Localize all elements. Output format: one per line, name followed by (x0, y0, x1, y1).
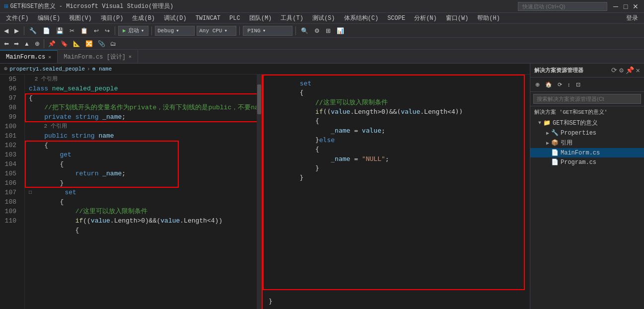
code-line-100: public string name (29, 131, 257, 141)
tab-close-1[interactable]: ✕ (48, 54, 51, 60)
tab-mainform-designer[interactable]: MainForm.cs [设计] ✕ (58, 50, 138, 63)
tree-mainform-cs[interactable]: 📄 MainForm.cs (530, 148, 644, 157)
menu-view[interactable]: 视图(V) (65, 13, 96, 23)
se-btn3[interactable]: ⟳ (556, 79, 564, 90)
toolbar-btn-1[interactable]: 🔧 (27, 25, 39, 36)
sidebar-title: 解决方案资源管理器 (534, 67, 583, 74)
se-btn5[interactable]: ⊡ (574, 79, 582, 90)
t2-btn3[interactable]: ▲ (22, 38, 32, 49)
sidebar-search-input[interactable] (533, 94, 641, 104)
toolbar-extra-1[interactable]: 🔍 (299, 25, 310, 36)
r-line-class-cb: } (269, 298, 273, 305)
debug-dropdown[interactable]: Debug ▾ (155, 26, 195, 36)
menu-scope[interactable]: SCOPE (383, 14, 409, 23)
tree-project[interactable]: ▼ 📁 GET和SET的意义 (530, 118, 644, 128)
menu-tools[interactable]: 工具(T) (277, 13, 307, 23)
menu-file[interactable]: 文件(F) (2, 13, 33, 23)
undo-button[interactable]: ↩ (92, 25, 101, 36)
solution-explorer: 解决方案资源管理器 ⟳ ⚙ 📌 ✕ ⊕ 🏠 ⟳ ↕ ⊡ 解决方案 'GET和SE… (530, 64, 644, 309)
toolbar-extra-3[interactable]: ⊞ (324, 25, 333, 36)
maximize-button[interactable]: □ (621, 2, 630, 11)
debug-label: Debug (157, 28, 174, 34)
menu-analyze[interactable]: 分析(N) (410, 13, 441, 23)
solution-root-label: 解决方案 'GET和SET的意义' (530, 106, 644, 118)
t2-btn9[interactable]: 📎 (96, 38, 107, 49)
r-line-if-cb: }else (269, 135, 524, 145)
separator-5 (295, 26, 296, 35)
tree-properties[interactable]: ▶ 🔧 Properties (530, 128, 644, 138)
redo-button[interactable]: ↪ (103, 25, 112, 36)
menu-help[interactable]: 帮助(H) (473, 13, 504, 23)
toolbar-extra-4[interactable]: 📊 (335, 25, 346, 36)
back-button[interactable]: ◀ (2, 25, 10, 36)
close-button[interactable]: ✕ (631, 2, 640, 11)
line-numbers: 95 96 97 98 99 100 101 102 103 104 105 1… (0, 75, 25, 309)
code-line-99-ref: 2 个引用 (29, 122, 257, 131)
solution-tree: 解决方案 'GET和SET的意义' ▼ 📁 GET和SET的意义 ▶ 🔧 Pro… (530, 106, 644, 309)
scrollbar-thumb[interactable] (257, 84, 261, 114)
se-btn2[interactable]: 🏠 (543, 79, 554, 90)
toolbar-btn-4[interactable]: ✂ (68, 25, 76, 36)
login-button[interactable]: 登录 (622, 13, 642, 23)
sidebar-close-icon[interactable]: ✕ (636, 66, 640, 75)
sidebar-pin-icon[interactable]: 📌 (626, 66, 634, 75)
separator-1 (24, 26, 24, 35)
properties-icon: 🔧 (551, 129, 559, 137)
menu-edit[interactable]: 编辑(E) (34, 13, 65, 23)
toolbar-btn-2[interactable]: 📄 (41, 25, 52, 36)
main-toolbar: ◀ ▶ 🔧 📄 💾 ✂ 📋 ↩ ↪ ▶ 启动 ▾ Debug ▾ Any CPU… (0, 24, 644, 38)
tree-program-cs[interactable]: 📄 Program.cs (530, 157, 644, 167)
menu-debug[interactable]: 调试(D) (160, 13, 191, 23)
arrow-icon: ▼ (538, 120, 541, 126)
r-line-set: set (269, 78, 524, 88)
vertical-scrollbar[interactable] (257, 75, 262, 309)
t2-btn6[interactable]: 🔖 (59, 38, 70, 49)
breadcrumb-path: property1.sealed_people (9, 66, 85, 72)
t2-btn5[interactable]: 📌 (46, 38, 58, 49)
toolbar-extra-2[interactable]: ⚙ (312, 25, 322, 36)
menu-build[interactable]: 生成(B) (128, 13, 159, 23)
tab-close-2[interactable]: ✕ (129, 54, 132, 60)
menu-team[interactable]: 团队(M) (245, 13, 276, 23)
menu-test[interactable]: 测试(S) (308, 13, 339, 23)
code-line-98: //把下划线开头的变量名作为private，没有下划线的是public，不要na… (29, 103, 257, 112)
title-bar: ⊞ GET和SET的意义 - Microsoft Visual Studio(管… (0, 0, 644, 13)
start-button[interactable]: ▶ 启动 ▾ (118, 26, 148, 36)
code-content[interactable]: 2 个引用 class new_sealed_people { //把下划线开头… (25, 75, 257, 309)
r-line-set-cb: } (269, 173, 524, 182)
menu-project[interactable]: 项目(P) (97, 13, 128, 23)
forward-button[interactable]: ▶ (12, 25, 21, 36)
tab-mainform-cs[interactable]: MainForm.cs ✕ (0, 50, 58, 63)
tree-references[interactable]: ▶ 📦 引用 (530, 138, 644, 148)
sidebar-settings-icon[interactable]: ⚙ (619, 66, 623, 75)
code-line-107: { (29, 197, 257, 207)
sidebar-controls: ⟳ ⚙ 📌 ✕ (611, 66, 640, 75)
properties-label: Properties (561, 130, 596, 137)
sidebar-sync-icon[interactable]: ⟳ (611, 66, 617, 75)
r-line-else-cb: } (269, 163, 524, 173)
quick-launch-input[interactable] (518, 2, 607, 11)
t2-btn10[interactable]: 🗂 (108, 38, 118, 49)
menu-window[interactable]: 窗口(W) (442, 13, 473, 23)
t2-btn7[interactable]: 📐 (71, 38, 82, 49)
t2-btn4[interactable]: ⊕ (33, 38, 42, 49)
separator-t2 (44, 39, 44, 48)
code-line-96: class new_sealed_people (29, 84, 257, 93)
se-btn1[interactable]: ⊕ (533, 79, 542, 90)
toolbar-btn-3[interactable]: 💾 (54, 25, 66, 36)
t2-btn1[interactable]: ⬅ (2, 38, 11, 49)
minimize-button[interactable]: ─ (611, 2, 620, 11)
t2-btn8[interactable]: 🔀 (83, 38, 95, 49)
menu-twincat[interactable]: TWINCAT (192, 14, 224, 23)
menu-plc[interactable]: PLC (225, 14, 244, 23)
code-line-102: get (29, 150, 257, 159)
sidebar-toolbar: ⊕ 🏠 ⟳ ↕ ⊡ (530, 77, 644, 92)
ping-dropdown[interactable]: PING ▾ (243, 26, 292, 36)
se-btn4[interactable]: ↕ (566, 79, 572, 90)
cpu-dropdown[interactable]: Any CPU ▾ (197, 26, 236, 36)
t2-btn2[interactable]: ➡ (12, 38, 21, 49)
code-line-106: □ set (29, 188, 257, 197)
toolbar-btn-5[interactable]: 📋 (78, 25, 90, 36)
r-line-null-assign: _name = "NULL"; (269, 154, 524, 163)
menu-architecture[interactable]: 体系结构(C) (340, 13, 383, 23)
